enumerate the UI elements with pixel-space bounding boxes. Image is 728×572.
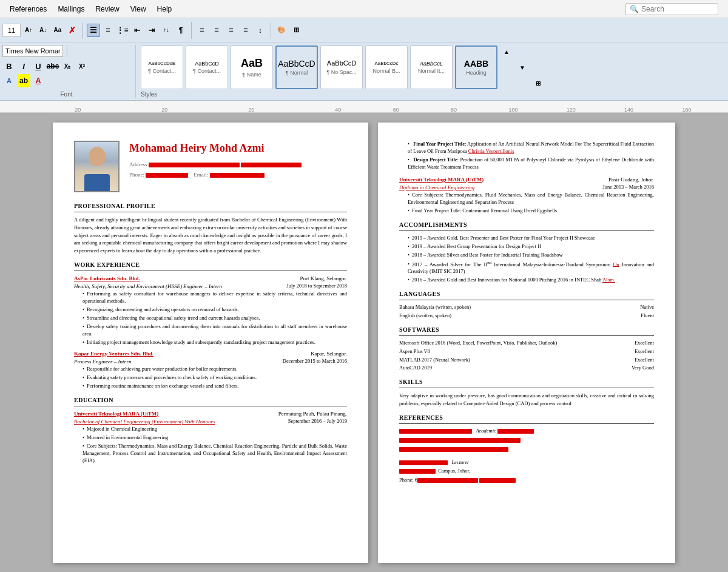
edu1-bullet1: Majored in Chemical Engineering [83,426,347,433]
work-title: WORK EXPERIENCE [74,261,347,271]
ref2-name-redacted [399,460,448,465]
superscript-btn[interactable]: X² [75,59,89,73]
text-effects-btn[interactable]: A [2,74,16,87]
styles-gallery: AaBbCcDdE ¶ Contact... AaBbCcD ¶ Contact… [141,45,726,90]
borders-btn[interactable]: ⊞ [289,24,303,37]
superscript-nd: nd [487,260,491,265]
phone-label: Phone [129,172,143,178]
italic-btn[interactable]: I [17,59,30,73]
job1-location: Port Klang, Selangor. [300,275,348,283]
line-spacing-btn[interactable]: ↕ [254,24,267,37]
style-contact2[interactable]: AaBbCcD ¶ Contact... [186,45,228,89]
job1-bullet1: Performing as safety consultant for ware… [83,291,347,305]
style-nospace[interactable]: AaBbCcD ¶ No Spac... [320,45,363,89]
numbered-list-btn[interactable]: ≡ [101,24,115,37]
shading-btn[interactable]: 🎨 [275,24,288,37]
sep1 [83,22,83,39]
cv-photo-body [84,174,110,191]
change-case-btn[interactable]: Aa [51,24,64,37]
increase-indent-btn[interactable]: ⇥ [145,24,158,37]
font-grow-btn[interactable]: A↑ [22,24,35,37]
underline-btn[interactable]: U [32,59,45,73]
lang-row2: English (written, spoken) Fluent [399,312,654,320]
ref-title: REFERENCES [399,414,654,424]
style-contact1-preview: AaBbCcDdE [149,61,176,67]
style-heading[interactable]: AABB Heading [455,45,497,89]
font-color-row: A ab A [2,74,130,87]
accomp-title: ACCOMPLISHMENTS [399,221,654,231]
styles-expand[interactable]: ⊞ [531,76,545,90]
search-input[interactable] [641,5,714,13]
strikethrough-btn[interactable]: abc [46,59,59,73]
align-left-btn[interactable]: ≡ [195,24,209,37]
style-name[interactable]: AaB ¶ Name [231,45,273,89]
cv-photo-inner [75,142,118,191]
edu1-bullet3: Core Subjects: Thermodynamics, Mass and … [83,443,347,465]
menu-bar: References Mailings Review View Help 🔍 [0,0,728,18]
styles-scroll-down[interactable]: ▼ [516,61,529,74]
align-right-btn[interactable]: ≡ [224,24,238,37]
style-normal-preview: AaBbCcD [278,59,315,69]
style-normalit[interactable]: AaBbCcL Normal It... [410,45,453,89]
highlight-btn[interactable]: ab [17,74,30,87]
ref2-phone-line: Phone: 6 [399,477,654,484]
menu-help[interactable]: Help [152,2,177,16]
font-name-input[interactable] [2,45,63,57]
sort-btn[interactable]: ↑↓ [160,24,173,37]
font-size-input[interactable] [2,24,21,37]
align-justify-btn[interactable]: ≡ [239,24,252,37]
styles-scroll-up[interactable]: ▲ [500,45,513,58]
menu-references[interactable]: References [5,2,52,16]
font-section: B I U abc X₂ X² A ab A Font [2,45,136,98]
skills-text: Very adaptive in working under pressure,… [399,392,654,408]
subscript-btn[interactable]: X₂ [61,59,74,73]
job2-header: Kapar, Selangor. Kapar Energy Ventures S… [74,350,347,358]
style-normal[interactable]: AaBbCcD ¶ Normal [275,45,318,89]
cv-phone-line: Phone: Email: [129,171,347,179]
menu-review[interactable]: Review [90,2,124,16]
align-center-btn[interactable]: ≡ [210,24,223,37]
ref1-title-label: Academic [476,428,496,434]
cv-photo-face [89,147,106,166]
edu1-dates: September 2016 – July 2019 [288,418,347,425]
accomp4: 2017 – Awarded Silver for The IInd Inter… [408,260,654,276]
email-redacted [210,173,265,178]
menu-mailings[interactable]: Mailings [53,2,89,16]
sw2-level: Excellent [635,348,654,355]
job2-dates: December 2015 to March 2016 [283,358,347,365]
accomp2: 2019 – Awarded Best Group Presentation f… [408,243,654,251]
bullet-list-btn[interactable]: ☰ [87,24,100,37]
job1-role: Health, Safety, Security and Environment… [74,283,222,289]
edu2-degree: Diploma in Chemical Engineering [399,184,474,190]
show-formatting-btn[interactable]: ¶ [174,24,187,37]
cv-address-line: Address [129,161,347,169]
lang2-level: Fluent [641,312,654,320]
sw-row4: AutoCAD 2019 Very Good [399,365,654,372]
ref2-phone-redacted2 [479,478,516,483]
sw1-name: Microsoft Office 2016 (Word, Excel, Powe… [399,340,557,347]
clear-format-btn[interactable]: ✗ [66,24,79,37]
decrease-indent-btn[interactable]: ⇤ [130,24,144,37]
style-contact1[interactable]: AaBbCcDdE ¶ Contact... [141,45,183,89]
style-normalit-preview: AaBbCcL [420,61,443,67]
edu2-location: Pasir Gudang, Johor. [608,176,654,184]
font-name-row [2,45,130,57]
search-box[interactable]: 🔍 [625,3,718,15]
job1-bullet4: Develop safety training procedures and d… [83,323,347,338]
font-shrink-btn[interactable]: A↓ [36,24,50,37]
job2-bullet1: Responsible for achieving pure water pro… [83,366,347,373]
bold-btn[interactable]: B [2,59,16,73]
ribbon-tools-row: A↑ A↓ Aa ✗ ☰ ≡ ⋮≡ ⇤ ⇥ ↑↓ ¶ ≡ ≡ ≡ ≡ ↕ 🎨 ⊞ [0,18,728,42]
style-normalb-label: Normal B... [372,68,400,74]
species-name: Christia Vespertilionis [468,148,514,154]
lang-row1: Bahasa Malaysia (written, spoken) Native [399,304,654,311]
job1-dates: July 2018 to September 2018 [286,283,347,290]
ref1-name-redacted [399,429,472,434]
font-color-btn[interactable]: A [32,74,45,87]
job2-role-row: December 2015 to March 2016 Process Engi… [74,358,347,366]
ref-block1: Academic [399,428,654,453]
menu-view[interactable]: View [126,2,151,16]
ref1-email-line [399,446,654,453]
multilevel-list-btn[interactable]: ⋮≡ [116,24,129,37]
style-normalb[interactable]: AaBbCcDc Normal B... [365,45,408,89]
